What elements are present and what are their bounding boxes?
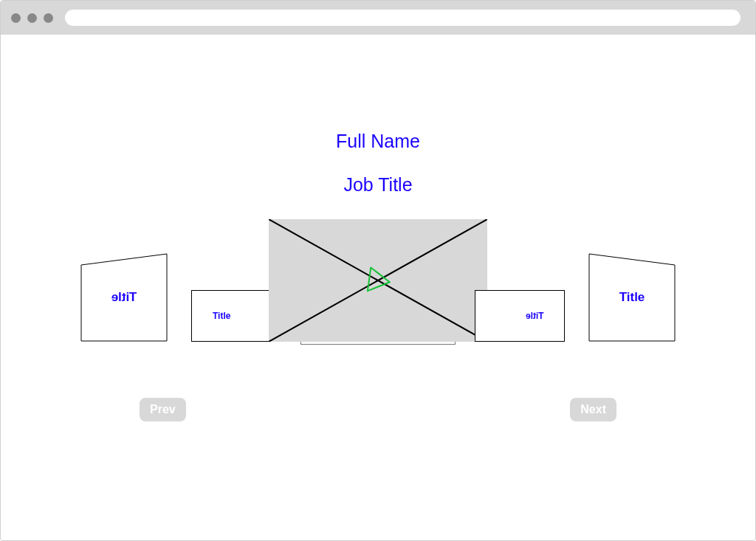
card-title: Title: [619, 290, 645, 305]
browser-window: Full Name Job Title Title Title: [0, 0, 756, 541]
profile-header: Full Name Job Title: [1, 131, 755, 196]
carousel-card-far-left[interactable]: Title: [80, 253, 168, 342]
full-name: Full Name: [1, 131, 755, 152]
video-base-line: [300, 342, 456, 345]
carousel-card-right[interactable]: Title: [475, 290, 565, 342]
browser-title-bar: [1, 1, 755, 35]
url-bar[interactable]: [65, 10, 740, 26]
carousel-card-far-right[interactable]: Title: [588, 253, 676, 342]
carousel-card-left[interactable]: Title: [191, 290, 281, 342]
card-title: Title: [526, 311, 543, 321]
window-max-dot[interactable]: [44, 13, 53, 23]
page-content: Full Name Job Title Title Title: [1, 35, 755, 540]
prev-button[interactable]: Prev: [140, 398, 186, 421]
job-title: Job Title: [1, 174, 755, 196]
card-title: Title: [111, 290, 137, 305]
video-carousel: Title Title Title: [1, 219, 755, 352]
next-button[interactable]: Next: [570, 398, 616, 421]
svg-marker-3: [368, 267, 391, 294]
card-title: Title: [213, 311, 230, 321]
window-close-dot[interactable]: [11, 13, 21, 23]
window-controls: [11, 13, 53, 23]
play-icon: [362, 264, 394, 297]
window-min-dot[interactable]: [27, 13, 37, 23]
carousel-center-video[interactable]: [269, 219, 487, 342]
carousel-nav: Prev Next: [1, 398, 755, 421]
